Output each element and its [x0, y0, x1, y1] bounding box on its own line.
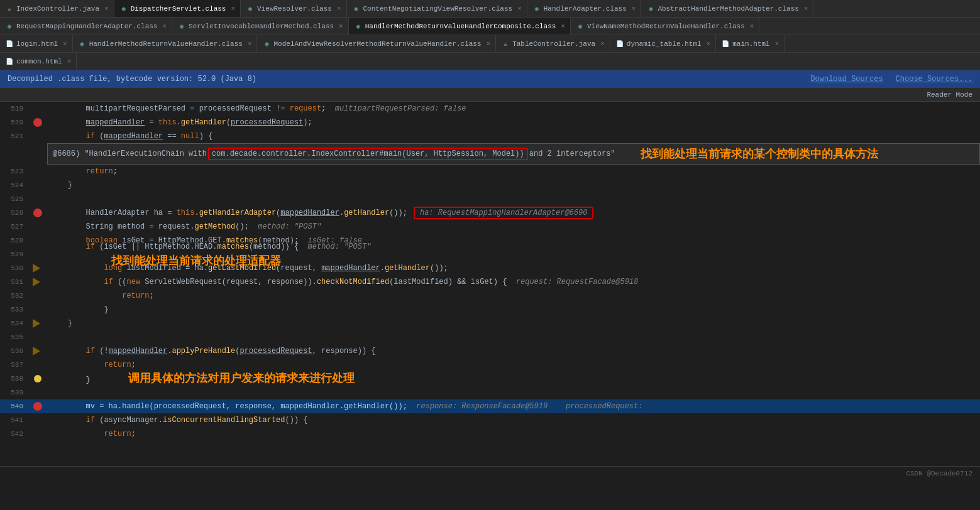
tab-close[interactable]: ×: [104, 5, 109, 13]
tab-servletinvocable[interactable]: ◉ ServletInvocableHandlerMethod.class ×: [172, 18, 349, 35]
annotation-handler-chain: 找到能处理当前请求的某个控制类中的具体方法: [641, 146, 878, 161]
tab-row-4: 📄 common.html ×: [0, 53, 980, 70]
html-icon: 📄: [5, 57, 14, 66]
class-icon: ◉: [576, 22, 585, 31]
tab-login[interactable]: 📄 login.html ×: [0, 35, 73, 53]
download-sources-link[interactable]: Download Sources: [810, 75, 883, 84]
table-row: 542 return;: [0, 427, 980, 441]
svg-marker-1: [33, 278, 40, 286]
tab-row-3: 📄 login.html × ◉ HandlerMethodReturnValu…: [0, 35, 980, 53]
tab-abstracthandler[interactable]: ◉ AbstractHandlerMethodAdapter.class ×: [641, 0, 813, 18]
class-icon: ◉: [177, 22, 186, 31]
tab-modelandviewresolver[interactable]: ◉ ModelAndViewResolverMethodReturnValueH…: [257, 35, 496, 53]
class-icon: ◉: [352, 4, 361, 13]
table-row: 521 if (mappedHandler == null) {: [0, 129, 980, 143]
reader-mode-button[interactable]: Reader Mode: [927, 91, 972, 99]
class-icon: ◉: [246, 4, 255, 13]
tab-handlermethodreturnhandler[interactable]: ◉ HandlerMethodReturnValueHandler.class …: [73, 35, 258, 53]
arrow-icon: [33, 319, 43, 328]
class-icon: ◉: [262, 40, 271, 48]
tab-common[interactable]: 📄 common.html ×: [0, 53, 77, 70]
tab-close[interactable]: ×: [339, 23, 343, 30]
info-bar: Decompiled .class file, bytecode version…: [0, 70, 980, 88]
tab-row-1: ☕ IndexController.java × ◉ DispatcherSer…: [0, 0, 980, 18]
tab-close[interactable]: ×: [517, 5, 522, 13]
debug-marker: [34, 375, 41, 382]
tooltip-line: @6686) "HandlerExecutionChain with com.d…: [0, 143, 980, 165]
tab-tablecontroller[interactable]: ☕ TableController.java ×: [496, 35, 610, 53]
table-row: 524 }: [0, 178, 980, 192]
tab-contentnegotiating[interactable]: ◉ ContentNegotiatingViewResolver.class ×: [347, 0, 527, 18]
tab-dynamictable[interactable]: 📄 dynamic_table.html ×: [610, 35, 716, 53]
tab-close[interactable]: ×: [561, 23, 565, 30]
table-row: 538 }调用具体的方法对用户发来的请求来进行处理: [0, 372, 980, 386]
html-icon: 📄: [721, 40, 730, 48]
code-lines: 519 multipartRequestParsed = processedRe…: [0, 102, 980, 441]
tab-viewnamemethod[interactable]: ◉ ViewNameMethodReturnValueHandler.class…: [571, 18, 759, 35]
credit-text: CSDN @Decade0712: [906, 470, 972, 477]
code-area: 519 multipartRequestParsed = processedRe…: [0, 102, 980, 466]
tab-close[interactable]: ×: [162, 23, 167, 30]
arrow-icon: [33, 278, 43, 286]
decompiled-info: Decompiled .class file, bytecode version…: [8, 75, 256, 84]
tab-row-2: ◉ RequestMappingHandlerAdapter.class × ◉…: [0, 18, 980, 35]
arrow-icon: [33, 347, 43, 355]
tab-indexcontroller[interactable]: ☕ IndexController.java ×: [0, 0, 114, 18]
tab-close[interactable]: ×: [600, 40, 605, 48]
svg-marker-2: [33, 319, 40, 328]
java-icon: ☕: [5, 4, 14, 13]
tab-viewresolver[interactable]: ◉ ViewResolver.class ×: [241, 0, 346, 18]
class-icon: ◉: [119, 4, 128, 13]
html-icon: 📄: [615, 40, 624, 48]
tab-close[interactable]: ×: [67, 58, 72, 65]
choose-sources-link[interactable]: Choose Sources...: [896, 75, 972, 84]
svg-marker-0: [33, 264, 40, 273]
svg-marker-3: [33, 347, 40, 355]
class-icon: ◉: [532, 4, 541, 13]
tab-close[interactable]: ×: [487, 40, 491, 48]
tab-close[interactable]: ×: [750, 23, 754, 30]
tab-requestmapping[interactable]: ◉ RequestMappingHandlerAdapter.class ×: [0, 18, 172, 35]
table-row: 523 return;: [0, 165, 980, 178]
tooltip-popup: @6686) "HandlerExecutionChain with com.d…: [47, 143, 980, 165]
tab-handleradapter[interactable]: ◉ HandlerAdapter.class ×: [527, 0, 642, 18]
breakpoint-marker: [33, 118, 42, 127]
class-icon: ◉: [354, 22, 363, 31]
breakpoint-marker: [33, 402, 42, 411]
annotation-process: 调用具体的方法对用户发来的请求来进行处理: [128, 372, 355, 384]
class-icon: ◉: [78, 40, 87, 48]
table-row: 533 }: [0, 303, 980, 317]
tab-close[interactable]: ×: [632, 5, 636, 13]
tab-close[interactable]: ×: [248, 40, 252, 48]
arrow-icon: [33, 264, 43, 273]
tab-close[interactable]: ×: [775, 40, 779, 48]
tab-close[interactable]: ×: [63, 40, 67, 48]
html-icon: 📄: [5, 40, 14, 48]
tab-dispatcherservlet[interactable]: ◉ DispatcherServlet.class ×: [114, 0, 241, 18]
class-icon: ◉: [5, 22, 14, 31]
tab-handlermethodreturn[interactable]: ◉ HandlerMethodReturnValueHandlerComposi…: [349, 18, 571, 35]
tab-main[interactable]: 📄 main.html ×: [716, 35, 785, 53]
bottom-bar: CSDN @Decade0712: [0, 466, 980, 480]
breakpoint-marker: [33, 209, 42, 217]
java-icon: ☕: [501, 40, 510, 48]
tab-close[interactable]: ×: [231, 5, 235, 13]
info-actions: Download Sources Choose Sources...: [810, 75, 972, 84]
class-icon: ◉: [646, 4, 655, 13]
reader-mode-bar: Reader Mode: [0, 88, 980, 102]
tab-close[interactable]: ×: [337, 5, 341, 13]
tab-close[interactable]: ×: [707, 40, 711, 48]
tooltip-boxed-value: com.decade.controller.IndexController#ma…: [208, 148, 528, 160]
table-row: 534 }: [0, 317, 980, 330]
tab-close[interactable]: ×: [804, 5, 808, 13]
